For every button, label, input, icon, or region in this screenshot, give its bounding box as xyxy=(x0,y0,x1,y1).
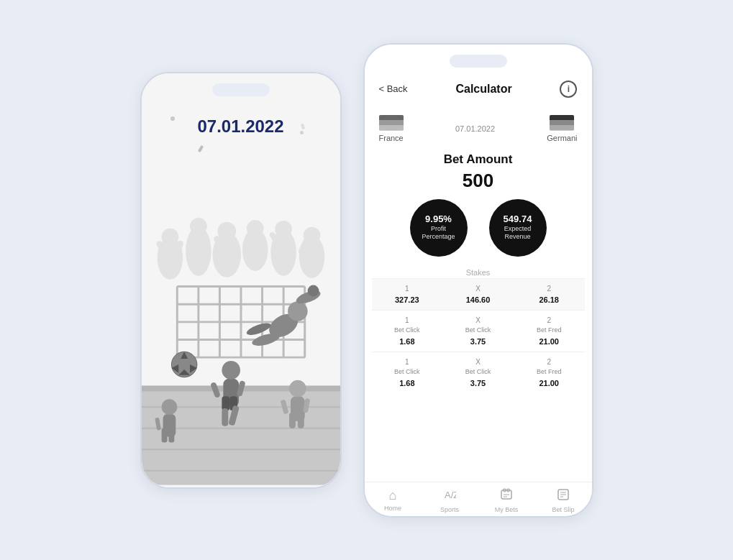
svg-point-5 xyxy=(217,221,236,240)
mybets-icon xyxy=(500,488,513,505)
revenue-value: 549.74 xyxy=(504,214,532,225)
svg-point-34 xyxy=(288,301,308,321)
team1: France xyxy=(379,115,404,142)
svg-rect-55 xyxy=(161,428,167,442)
svg-rect-43 xyxy=(222,408,228,426)
svg-rect-56 xyxy=(168,428,174,442)
team2-flag xyxy=(550,115,574,131)
revenue-circle: 549.74 Expected Revenue xyxy=(489,199,547,257)
nav-sports[interactable]: A/Z Sports xyxy=(422,488,478,513)
home-label: Home xyxy=(384,505,401,512)
team1-name: France xyxy=(379,134,404,142)
betslip-icon xyxy=(557,488,570,505)
svg-point-1 xyxy=(161,228,178,245)
nav-betslip[interactable]: Bet Slip xyxy=(535,488,592,513)
team2: Germani xyxy=(547,115,577,142)
home-icon: ⌂ xyxy=(389,488,397,503)
sports-label: Sports xyxy=(440,506,459,513)
left-phone: 07.01.2022 xyxy=(140,72,342,489)
bet-amount-value: 500 xyxy=(379,170,578,192)
info-button[interactable]: i xyxy=(560,81,577,98)
odds-row-2: 1 Bet Click 1.68 X Bet Click 3.75 2 Bet … xyxy=(372,352,585,393)
team1-flag xyxy=(379,115,404,131)
odds-row1-col3: 2 Bet Fred 21.00 xyxy=(514,315,585,347)
odds-row1-col2: X Bet Click 3.75 xyxy=(442,315,514,347)
team2-name: Germani xyxy=(547,134,577,142)
profit-pct: 9.95% xyxy=(425,214,452,225)
bet-section: Bet Amount 500 9.95% Profit Percentage 5… xyxy=(365,147,592,264)
col2-header: X 146.60 xyxy=(442,283,514,306)
odds-row-1: 1 Bet Click 1.68 X Bet Click 3.75 2 Bet … xyxy=(372,310,585,352)
date-display: 07.01.2022 xyxy=(197,116,283,137)
nav-mybets[interactable]: My Bets xyxy=(478,488,535,513)
col1-header: 1 327.23 xyxy=(372,283,443,306)
stats-circles: 9.95% Profit Percentage 549.74 Expected … xyxy=(379,199,578,257)
odds-row1-col1: 1 Bet Click 1.68 xyxy=(372,315,443,347)
calculator-header: < Back Calculator i xyxy=(365,73,592,105)
odds-row2-col1: 1 Bet Click 1.68 xyxy=(372,357,443,389)
stakes-header-row: 1 327.23 X 146.60 2 26.18 xyxy=(372,278,585,311)
odds-row2-col3: 2 Bet Fred 21.00 xyxy=(514,357,585,389)
profit-label2: Percentage xyxy=(422,233,455,242)
match-info: France 07.01.2022 Germani xyxy=(365,105,592,147)
back-button[interactable]: < Back xyxy=(379,83,408,94)
svg-point-7 xyxy=(246,219,263,237)
stakes-table: 1 327.23 X 146.60 2 26.18 1 xyxy=(365,278,592,394)
svg-point-38 xyxy=(307,285,319,296)
page-title: Calculator xyxy=(455,83,511,96)
sports-icon: A/Z xyxy=(443,488,456,505)
svg-point-9 xyxy=(275,220,292,237)
match-date: 07.01.2022 xyxy=(411,124,540,133)
mybets-label: My Bets xyxy=(495,506,519,513)
bottom-navigation: ⌂ Home A/Z Sports xyxy=(365,482,592,516)
profit-label1: Profit xyxy=(431,225,446,234)
right-phone: < Back Calculator i France 07.01.2022 xyxy=(363,43,593,518)
svg-point-48 xyxy=(289,380,306,397)
svg-rect-49 xyxy=(289,413,296,428)
bet-title: Bet Amount xyxy=(379,152,578,167)
col3-header: 2 26.18 xyxy=(514,283,585,306)
revenue-label1: Expected xyxy=(504,225,532,234)
odds-row2-col2: X Bet Click 3.75 xyxy=(442,357,514,389)
svg-rect-50 xyxy=(297,413,304,428)
stakes-label: Stakes xyxy=(365,268,592,277)
svg-point-3 xyxy=(190,217,207,234)
svg-point-40 xyxy=(222,361,240,380)
app-container: 07.01.2022 xyxy=(126,29,608,532)
svg-rect-41 xyxy=(222,396,229,410)
revenue-label2: Revenue xyxy=(504,233,530,242)
nav-home[interactable]: ⌂ Home xyxy=(365,488,422,513)
svg-point-54 xyxy=(161,399,177,415)
betslip-label: Bet Slip xyxy=(552,506,574,513)
profit-circle: 9.95% Profit Percentage xyxy=(410,199,468,257)
svg-text:A/Z: A/Z xyxy=(445,490,456,500)
